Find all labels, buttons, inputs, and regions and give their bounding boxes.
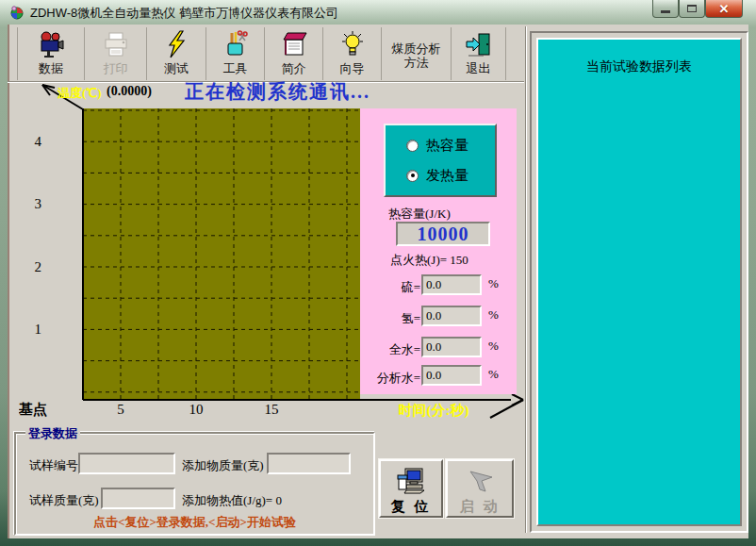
mode-radio[interactable] bbox=[406, 170, 419, 182]
toolbar-button-label: 工具 bbox=[223, 61, 248, 75]
sulfur-unit: % bbox=[488, 276, 499, 291]
bulb-icon bbox=[338, 30, 367, 58]
toolbar-button-exit[interactable]: 退出 bbox=[452, 27, 506, 80]
additive-mass-label: 添加物质量(克) bbox=[182, 457, 264, 474]
additive-heat-label: 添加物热值(J/g)= bbox=[182, 493, 272, 507]
hydrogen-input[interactable] bbox=[421, 306, 482, 326]
camera-icon bbox=[37, 30, 65, 58]
additive-heat-row: 添加物热值(J/g)= 0 bbox=[182, 492, 282, 509]
total-moisture-unit: % bbox=[488, 339, 499, 354]
ignition-heat-value: 150 bbox=[450, 253, 468, 267]
y-axis-title: 温度(℃) bbox=[58, 85, 102, 102]
notebook-icon bbox=[280, 30, 308, 58]
x-axis-arrowhead bbox=[512, 400, 523, 405]
printer-icon bbox=[102, 30, 130, 58]
analysis-moisture-row: 分析水= % bbox=[360, 365, 517, 388]
data-list-panel: 当前试验数据列表 bbox=[530, 31, 748, 533]
heat-capacity-display[interactable]: 10000 bbox=[396, 222, 490, 246]
close-button[interactable]: ✕ bbox=[705, 0, 743, 18]
title-bar: ZDHW-8微机全自动量热仪 鹤壁市万博仪器仪表有限公司 ✕ bbox=[0, 0, 756, 25]
mode-option-calorific-value[interactable]: 发热量 bbox=[406, 167, 495, 185]
x-tick-label: 5 bbox=[117, 402, 124, 417]
mode-option-label: 热容量 bbox=[426, 137, 468, 155]
hydrogen-unit: % bbox=[488, 307, 499, 323]
hydrogen-label: 氢= bbox=[368, 310, 420, 327]
data-list-title: 当前试验数据列表 bbox=[538, 58, 740, 75]
plot-area bbox=[83, 108, 360, 400]
x-tick-label: 10 bbox=[189, 402, 204, 417]
window-title: ZDHW-8微机全自动量热仪 鹤壁市万博仪器仪表有限公司 bbox=[30, 5, 338, 22]
parameters-panel: 热容量 发热量 热容量(J/K) 10000 点火热(J)= 150 硫= % bbox=[360, 108, 517, 394]
x-axis-title: 时间(分:秒) bbox=[399, 403, 469, 419]
sulfur-label: 硫= bbox=[368, 279, 420, 296]
mode-radio[interactable] bbox=[406, 140, 419, 152]
toolbar-button-label: 向导 bbox=[340, 61, 365, 75]
exit-door-icon bbox=[465, 30, 493, 58]
toolbar-button-test[interactable]: 测试 bbox=[147, 27, 206, 80]
y-tick-label: 1 bbox=[35, 322, 42, 337]
total-moisture-row: 全水= % bbox=[360, 337, 517, 359]
app-icon bbox=[9, 5, 25, 20]
total-moisture-input[interactable] bbox=[421, 337, 482, 357]
toolbar-button-label: 打印 bbox=[104, 61, 128, 75]
y-tick-label: 2 bbox=[35, 259, 42, 274]
heat-capacity-value: 10000 bbox=[418, 223, 469, 245]
frame-shadow bbox=[8, 25, 9, 538]
hydrogen-row: 氢= % bbox=[360, 306, 517, 328]
total-moisture-label: 全水= bbox=[368, 341, 420, 358]
status-message: 正在检测系统通讯... bbox=[185, 79, 370, 105]
temperature-value: (0.0000) bbox=[107, 84, 152, 99]
tools-icon bbox=[222, 30, 250, 58]
analysis-moisture-input[interactable] bbox=[421, 365, 482, 386]
toolbar-button-label: 简介 bbox=[282, 61, 306, 75]
minimize-button[interactable] bbox=[652, 0, 679, 18]
sample-mass-input[interactable] bbox=[101, 488, 175, 509]
sample-no-input[interactable] bbox=[78, 453, 175, 474]
heat-capacity-label: 热容量(J/K) bbox=[388, 206, 451, 223]
cursor-arrow-icon bbox=[465, 466, 495, 496]
x-axis-arrowhead bbox=[512, 394, 523, 400]
toolbar-button-label: 退出 bbox=[467, 61, 491, 75]
toolbar-button-label: 数据 bbox=[39, 61, 63, 75]
sulfur-input[interactable] bbox=[421, 274, 482, 295]
mode-option-label: 发热量 bbox=[426, 167, 468, 185]
ignition-heat-label: 点火热(J)= bbox=[390, 253, 447, 267]
y-tick-label: 3 bbox=[35, 196, 42, 211]
toolbar-button-label: 煤质分析方法 bbox=[392, 41, 441, 70]
close-icon: ✕ bbox=[719, 3, 730, 15]
app-window: ZDHW-8微机全自动量热仪 鹤壁市万博仪器仪表有限公司 ✕ 数据 bbox=[0, 0, 756, 546]
toolbar-button-intro[interactable]: 简介 bbox=[265, 27, 323, 80]
sulfur-row: 硫= % bbox=[360, 274, 517, 297]
ignition-heat-row: 点火热(J)= 150 bbox=[390, 252, 468, 269]
toolbar-button-label: 测试 bbox=[164, 61, 189, 75]
maximize-button[interactable] bbox=[679, 0, 705, 18]
toolbar-button-print[interactable]: 打印 bbox=[85, 27, 147, 80]
additive-heat-value: 0 bbox=[275, 493, 282, 507]
data-list[interactable]: 当前试验数据列表 bbox=[536, 38, 742, 526]
toolbar-button-coal-analysis[interactable]: 煤质分析方法 bbox=[382, 27, 452, 80]
sample-no-label: 试样编号 bbox=[29, 457, 78, 474]
toolbar-button-wizard[interactable]: 向导 bbox=[323, 27, 382, 80]
additive-mass-input[interactable] bbox=[267, 453, 351, 474]
login-group-title: 登录数据 bbox=[25, 425, 80, 442]
toolbar-button-tools[interactable]: 工具 bbox=[206, 27, 265, 80]
y-tick-label: 4 bbox=[35, 134, 42, 149]
reset-button[interactable]: 复 位 bbox=[379, 459, 443, 518]
maximize-icon bbox=[687, 5, 697, 12]
analysis-moisture-label: 分析水= bbox=[368, 370, 420, 387]
client-area: 数据 打印 测试 bbox=[8, 25, 748, 538]
login-data-group: 登录数据 试样编号 添加物质量(克) 试样质量(克) 添加物热值(J/g)= 0… bbox=[14, 432, 375, 536]
x-origin-label: 基点 bbox=[19, 402, 47, 418]
toolbar-button-data[interactable]: 数据 bbox=[17, 27, 85, 80]
sample-mass-label: 试样质量(克) bbox=[29, 492, 99, 509]
x-tick-label: 15 bbox=[265, 402, 279, 417]
hint-text: 点击<复位>登录数据,<启动>开始试验 bbox=[16, 514, 373, 531]
start-button[interactable]: 启 动 bbox=[446, 459, 514, 518]
lightning-icon bbox=[162, 30, 190, 58]
start-button-label: 启 动 bbox=[460, 498, 501, 516]
mode-option-heat-capacity[interactable]: 热容量 bbox=[406, 137, 495, 155]
minimize-icon bbox=[661, 10, 670, 13]
computer-icon bbox=[396, 466, 426, 496]
reset-button-label: 复 位 bbox=[391, 498, 432, 516]
analysis-moisture-unit: % bbox=[488, 367, 499, 382]
